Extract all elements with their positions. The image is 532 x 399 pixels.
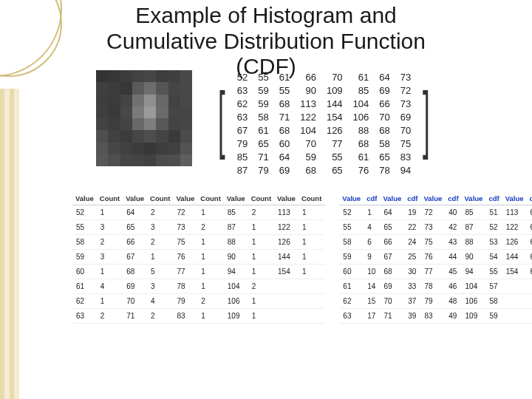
- matrix-cell: 68: [274, 123, 295, 137]
- col-header: Value: [274, 192, 299, 205]
- matrix-cell: 71: [274, 110, 295, 123]
- col-header: Value: [420, 192, 445, 205]
- matrix-cell: 75: [395, 137, 416, 150]
- matrix-cell: 104: [348, 97, 375, 110]
- matrix-cell: 55: [274, 83, 295, 97]
- col-header: cdf: [364, 192, 380, 205]
- slide-title: Example of Histogram and Cumulative Dist…: [0, 0, 532, 80]
- matrix-cell: 94: [395, 163, 416, 177]
- table-row: 6016857719411541: [72, 265, 324, 279]
- pixel-matrix: [ 52556166706164736359559010985697262596…: [211, 70, 437, 177]
- matrix-cell: 109: [321, 83, 348, 97]
- table-row: 6146937811042: [72, 279, 324, 294]
- matrix-cell: 52: [232, 70, 253, 83]
- matrix-cell: 87: [232, 163, 253, 177]
- matrix-cell: 70: [295, 137, 321, 150]
- matrix-cell: 60: [274, 137, 295, 150]
- table-row: 5936717619011441: [72, 250, 324, 265]
- matrix-cell: 68: [374, 123, 395, 137]
- table-row: 55465227342875212261: [339, 220, 532, 235]
- matrix-cell: 66: [374, 97, 395, 110]
- matrix-cell: 70: [374, 110, 395, 123]
- matrix-cell: 65: [374, 150, 395, 163]
- matrix-cell: 88: [348, 123, 375, 137]
- table-row: 5216427218521131: [72, 205, 324, 220]
- col-header: cdf: [526, 192, 532, 205]
- matrix-cell: 90: [295, 83, 321, 97]
- matrix-cell: 85: [232, 150, 253, 163]
- matrix-cell: 69: [374, 83, 395, 97]
- matrix-cell: 106: [348, 110, 375, 123]
- col-header: Value: [462, 192, 486, 205]
- matrix-cell: 59: [253, 97, 273, 110]
- matrix-cell: 73: [395, 97, 416, 110]
- matrix-cell: 61: [348, 150, 375, 163]
- matrix-cell: 68: [274, 97, 295, 110]
- matrix-cell: 64: [274, 150, 295, 163]
- matrix-cell: 63: [232, 110, 253, 123]
- col-header: Count: [197, 192, 223, 205]
- col-header: Count: [147, 192, 173, 205]
- matrix-cell: 79: [253, 163, 273, 177]
- matrix-cell: 79: [232, 137, 253, 150]
- matrix-cell: 61: [348, 70, 375, 83]
- col-header: Count: [248, 192, 274, 205]
- table-row: 5536537328711221: [72, 220, 324, 235]
- col-header: Value: [123, 192, 147, 205]
- col-header: Value: [339, 192, 364, 205]
- matrix-cell: 61: [274, 70, 295, 83]
- table-row: 601068307745945515464: [339, 265, 532, 279]
- matrix-cell: 69: [395, 110, 416, 123]
- matrix-cell: 70: [321, 70, 348, 83]
- cdf-table: ValuecdfValuecdfValuecdfValuecdfValuecdf…: [339, 192, 532, 324]
- matrix-cell: 72: [395, 83, 416, 97]
- table-row: 61146933784610457: [339, 279, 532, 294]
- matrix-cell: 63: [232, 83, 253, 97]
- table-row: 6217047921061: [72, 294, 324, 309]
- matrix-cell: 59: [295, 150, 321, 163]
- table-row: 5826627518811261: [72, 235, 324, 250]
- table-row: 59967257644905414463: [339, 250, 532, 265]
- matrix-cell: 55: [321, 150, 348, 163]
- matrix-cell: 126: [321, 123, 348, 137]
- matrix-cell: 85: [348, 83, 375, 97]
- pixel-grid-image: [96, 70, 192, 166]
- title-line2: Cumulative Distribution Function: [106, 29, 426, 53]
- matrix-cell: 68: [348, 137, 375, 150]
- col-header: Value: [72, 192, 97, 205]
- matrix-cell: 113: [295, 97, 321, 110]
- col-header: Count: [97, 192, 123, 205]
- col-header: cdf: [445, 192, 461, 205]
- matrix-cell: 66: [295, 70, 321, 83]
- matrix-cell: 78: [374, 163, 395, 177]
- col-header: cdf: [404, 192, 420, 205]
- matrix-cell: 154: [321, 110, 348, 123]
- matrix-cell: 55: [253, 70, 273, 83]
- matrix-cell: 58: [253, 110, 273, 123]
- title-line1: Example of Histogram and: [135, 3, 397, 27]
- matrix-cell: 67: [232, 123, 253, 137]
- matrix-cell: 58: [374, 137, 395, 150]
- matrix-cell: 73: [395, 70, 416, 83]
- matrix-cell: 70: [395, 123, 416, 137]
- matrix-cell: 68: [295, 163, 321, 177]
- col-header: cdf: [485, 192, 502, 205]
- matrix-cell: 69: [274, 163, 295, 177]
- table-row: 58666247543885312662: [339, 235, 532, 250]
- matrix-cell: 65: [321, 163, 348, 177]
- matrix-cell: 122: [295, 110, 321, 123]
- matrix-cell: 77: [321, 137, 348, 150]
- matrix-cell: 59: [253, 83, 273, 97]
- histogram-table: ValueCountValueCountValueCountValueCount…: [72, 192, 324, 324]
- matrix-cell: 65: [253, 137, 273, 150]
- col-header: Value: [380, 192, 404, 205]
- col-header: Count: [299, 192, 324, 205]
- table-row: 6327128311091: [72, 309, 324, 324]
- matrix-cell: 144: [321, 97, 348, 110]
- table-row: 63177139834910959: [339, 309, 532, 324]
- col-header: Value: [224, 192, 248, 205]
- matrix-cell: 62: [232, 97, 253, 110]
- table-row: 52164197240855111360: [339, 205, 532, 220]
- matrix-cell: 64: [374, 70, 395, 83]
- matrix-cell: 61: [253, 123, 273, 137]
